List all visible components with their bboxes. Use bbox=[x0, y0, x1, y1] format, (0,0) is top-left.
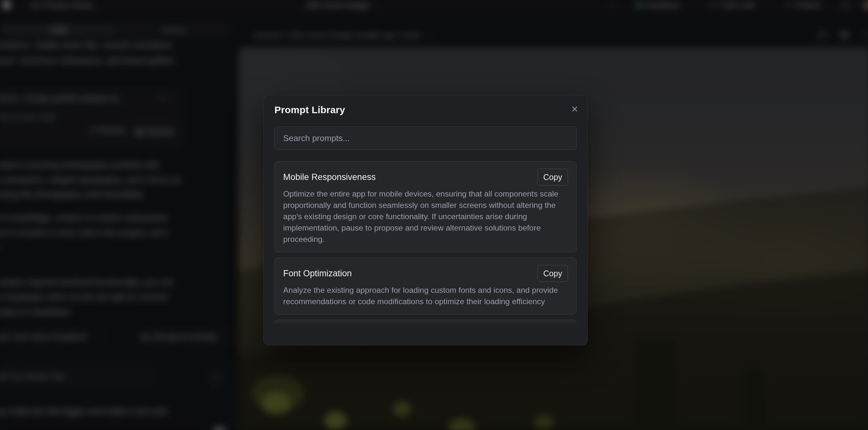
prompt-description: Optimize the entire app for mobile devic… bbox=[283, 188, 568, 245]
copy-button[interactable]: Copy bbox=[537, 265, 568, 282]
prompt-card-partial bbox=[274, 320, 577, 323]
prompt-library-modal: Prompt Library ✕ Mobile Responsiveness C… bbox=[264, 95, 588, 345]
prompt-title: Mobile Responsiveness bbox=[283, 172, 376, 182]
prompt-description: Analyze the existing approach for loadin… bbox=[283, 284, 568, 307]
prompt-card: Mobile Responsiveness Copy Optimize the … bbox=[274, 161, 577, 252]
copy-button[interactable]: Copy bbox=[537, 168, 568, 185]
prompt-title: Font Optimization bbox=[283, 269, 352, 279]
close-icon[interactable]: ✕ bbox=[571, 105, 578, 114]
prompt-list[interactable]: Mobile Responsiveness Copy Optimize the … bbox=[274, 161, 577, 323]
search-input[interactable] bbox=[274, 126, 577, 150]
prompt-card: Font Optimization Copy Analyze the exist… bbox=[274, 257, 577, 314]
modal-title: Prompt Library bbox=[274, 104, 345, 116]
